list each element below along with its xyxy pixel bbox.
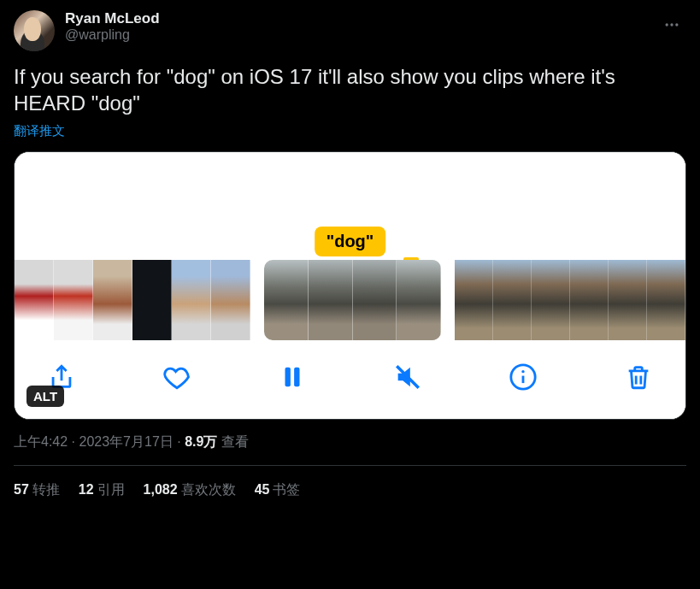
quotes-stat[interactable]: 12引用 (79, 481, 125, 499)
clip-thumbnail[interactable] (397, 260, 441, 340)
stat-count: 1,082 (144, 482, 178, 497)
views-count: 8.9万 (185, 434, 217, 449)
stat-label: 引用 (97, 482, 125, 497)
clip-thumbnail[interactable] (532, 260, 570, 340)
clip-group-active[interactable] (264, 260, 441, 340)
ellipsis-icon (663, 16, 680, 33)
svg-rect-3 (285, 368, 291, 387)
clip-thumbnail[interactable] (570, 260, 609, 340)
mute-button[interactable] (390, 359, 426, 395)
svg-point-0 (666, 23, 668, 26)
delete-button[interactable] (621, 359, 656, 395)
clip-thumbnail[interactable] (455, 260, 493, 340)
svg-point-2 (675, 23, 678, 26)
views-label: 查看 (221, 434, 249, 449)
stats-row: 57转推 12引用 1,082喜欢次数 45书签 (14, 466, 686, 515)
media-card[interactable]: "dog" (14, 151, 686, 420)
svg-point-8 (521, 370, 524, 373)
pause-icon (278, 362, 307, 392)
tweet-date[interactable]: 2023年7月17日 (79, 434, 173, 449)
clip-thumbnail[interactable] (647, 260, 685, 340)
svg-rect-4 (294, 368, 299, 387)
info-button[interactable] (505, 359, 541, 395)
pause-button[interactable] (274, 359, 310, 395)
search-term-badge: "dog" (315, 227, 386, 256)
avatar[interactable] (14, 10, 55, 51)
media-top-area: "dog" (15, 152, 685, 260)
clip-thumbnail[interactable] (264, 260, 309, 340)
translate-link[interactable]: 翻译推文 (14, 123, 686, 139)
likes-stat[interactable]: 1,082喜欢次数 (144, 481, 236, 499)
clip-thumbnail[interactable] (211, 260, 250, 340)
alt-badge[interactable]: ALT (26, 386, 64, 407)
tweet-header: Ryan McLeod @warpling (14, 10, 686, 51)
stat-count: 12 (79, 482, 94, 497)
svg-point-1 (670, 23, 673, 26)
tweet-container: Ryan McLeod @warpling If you search for … (0, 0, 700, 515)
clip-thumbnail[interactable] (309, 260, 353, 340)
clip-thumbnail[interactable] (172, 260, 211, 340)
tweet-text: If you search for "dog" on iOS 17 it'll … (14, 63, 686, 116)
clip-thumbnail[interactable] (493, 260, 532, 340)
retweets-stat[interactable]: 57转推 (14, 481, 60, 499)
info-icon (509, 362, 538, 392)
heart-icon (162, 362, 191, 392)
clip-thumbnail[interactable] (93, 260, 132, 340)
trash-icon (624, 362, 653, 392)
clip-thumbnail[interactable] (132, 260, 172, 340)
stat-label: 喜欢次数 (181, 482, 236, 497)
tweet-time[interactable]: 上午4:42 (14, 434, 68, 449)
stat-count: 45 (255, 482, 270, 497)
clip-thumbnail[interactable] (609, 260, 647, 340)
stat-label: 书签 (273, 482, 300, 497)
clip-thumbnail[interactable] (353, 260, 397, 340)
meta-row: 上午4:42 · 2023年7月17日 · 8.9万 查看 (14, 433, 686, 466)
handle: @warpling (65, 27, 647, 43)
stat-label: 转推 (32, 482, 60, 497)
video-timeline[interactable] (15, 260, 685, 340)
clip-group[interactable] (15, 260, 250, 340)
clip-thumbnail[interactable] (15, 260, 54, 340)
author-block[interactable]: Ryan McLeod @warpling (65, 10, 647, 43)
clip-group[interactable] (455, 260, 685, 340)
more-button[interactable] (657, 10, 686, 39)
like-button[interactable] (159, 359, 195, 395)
clip-thumbnail[interactable] (54, 260, 93, 340)
media-toolbar (15, 340, 685, 419)
display-name: Ryan McLeod (65, 10, 647, 27)
speaker-muted-icon (393, 362, 422, 392)
bookmarks-stat[interactable]: 45书签 (255, 481, 301, 499)
stat-count: 57 (14, 482, 29, 497)
